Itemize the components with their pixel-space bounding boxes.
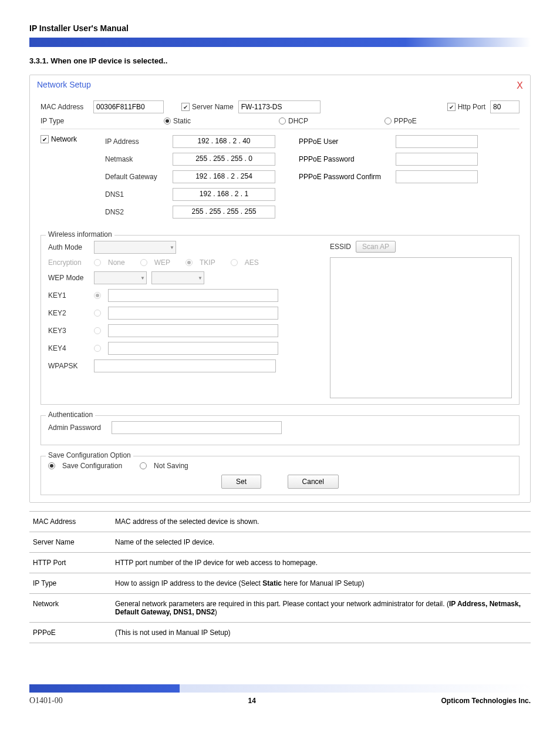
key1-input[interactable]: [108, 289, 278, 302]
gateway-input[interactable]: 192 . 168 . 2 . 254: [173, 170, 275, 183]
save-config-label: Save Configuration: [62, 462, 122, 470]
encryption-label: Encryption: [48, 258, 89, 267]
pppoe-user-input[interactable]: [396, 135, 478, 148]
server-name-input[interactable]: [238, 100, 321, 113]
table-row: HTTP PortHTTP port number of the IP devi…: [29, 553, 531, 573]
chevron-down-icon: ▼: [198, 275, 203, 281]
wireless-group-label: Wireless information: [46, 230, 114, 238]
cell-network-desc: General network parameters are required …: [112, 594, 531, 623]
dns2-input[interactable]: 255 . 255 . 255 . 255: [173, 206, 275, 219]
key3-input[interactable]: [108, 324, 278, 337]
footer-bar: [29, 684, 531, 693]
encryption-tkip-label: TKIP: [200, 258, 215, 267]
not-saving-radio[interactable]: [140, 462, 147, 469]
encryption-none-label: None: [108, 258, 125, 267]
table-row: PPPoE(This is not used in Manual IP Setu…: [29, 623, 531, 643]
key4-input[interactable]: [108, 342, 278, 355]
ip-type-static-label: Static: [173, 117, 191, 125]
scan-ap-button[interactable]: Scan AP: [356, 241, 396, 253]
server-name-label: Server Name: [192, 103, 234, 111]
key4-radio[interactable]: [94, 345, 101, 352]
ap-list[interactable]: [330, 257, 512, 398]
encryption-wep-radio[interactable]: [140, 259, 147, 266]
key2-radio[interactable]: [94, 310, 101, 317]
cell-mac-desc: MAC address of the selected device is sh…: [112, 512, 531, 532]
netmask-input[interactable]: 255 . 255 . 255 . 0: [173, 153, 275, 166]
auth-mode-label: Auth Mode: [48, 243, 89, 251]
wpapsk-input[interactable]: [94, 359, 276, 372]
cell-pppoe: PPPoE: [29, 623, 112, 643]
key1-label: KEY1: [48, 291, 89, 300]
server-name-checkbox[interactable]: ✔: [181, 103, 190, 111]
chevron-down-icon: ▼: [140, 275, 145, 281]
pppoe-user-label: PPPoE User: [299, 137, 390, 146]
ip-type-dhcp-radio[interactable]: [279, 117, 286, 125]
wpapsk-label: WPAPSK: [48, 362, 89, 370]
key1-radio[interactable]: [94, 292, 101, 299]
pppoe-confirm-label: PPPoE Password Confirm: [299, 173, 390, 181]
netmask-label: Netmask: [105, 155, 167, 163]
cancel-button[interactable]: Cancel: [288, 475, 339, 489]
essid-label: ESSID: [330, 243, 351, 251]
wep-mode-select-1[interactable]: ▼: [94, 271, 147, 284]
admin-password-label: Admin Password: [48, 424, 107, 432]
pppoe-password-input[interactable]: [396, 153, 478, 166]
mac-address-label: MAC Address: [41, 103, 93, 111]
save-config-radio[interactable]: [48, 462, 55, 469]
ip-type-label: IP Type: [41, 117, 93, 125]
ip-address-input[interactable]: 192 . 168 . 2 . 40: [173, 135, 275, 148]
not-saving-label: Not Saving: [154, 462, 188, 470]
network-checkbox[interactable]: ✔: [41, 135, 49, 143]
section-heading: 3.3.1. When one IP device is selected..: [29, 56, 531, 65]
footer-left: O1401-00: [29, 696, 63, 705]
chevron-down-icon: ▼: [170, 245, 174, 250]
footer: O1401-00 14 Opticom Technologies Inc.: [29, 684, 531, 705]
pppoe-confirm-input[interactable]: [396, 170, 478, 183]
cell-iptype: IP Type: [29, 573, 112, 594]
http-port-input[interactable]: [490, 100, 519, 113]
close-icon[interactable]: Ⅹ: [517, 80, 523, 91]
http-port-checkbox[interactable]: ✔: [447, 103, 456, 111]
mac-address-input[interactable]: [93, 100, 164, 113]
authentication-group-label: Authentication: [46, 411, 95, 419]
dns1-label: DNS1: [105, 190, 167, 199]
encryption-wep-label: WEP: [154, 258, 170, 267]
network-label: Network: [51, 135, 77, 143]
set-button[interactable]: Set: [221, 475, 261, 489]
encryption-aes-label: AES: [245, 258, 259, 267]
key4-label: KEY4: [48, 344, 89, 352]
page-title: IP Installer User's Manual: [29, 23, 531, 33]
encryption-tkip-radio[interactable]: [185, 259, 193, 266]
gateway-label: Default Gateway: [105, 173, 167, 181]
cell-server: Server Name: [29, 532, 112, 553]
ip-type-pppoe-label: PPPoE: [394, 117, 417, 125]
auth-mode-select[interactable]: ▼: [94, 241, 176, 254]
table-row: Server NameName of the selected IP devic…: [29, 532, 531, 553]
key2-label: KEY2: [48, 309, 89, 317]
dns2-label: DNS2: [105, 208, 167, 216]
key2-input[interactable]: [108, 307, 278, 320]
http-port-label: Http Port: [458, 103, 485, 111]
wep-mode-select-2[interactable]: ▼: [151, 271, 204, 284]
ip-address-label: IP Address: [105, 137, 167, 146]
key3-radio[interactable]: [94, 327, 101, 334]
ip-type-pppoe-radio[interactable]: [384, 117, 392, 125]
encryption-aes-radio[interactable]: [231, 259, 238, 266]
admin-password-input[interactable]: [112, 421, 282, 434]
pppoe-password-label: PPPoE Password: [299, 155, 390, 163]
encryption-none-radio[interactable]: [94, 259, 101, 266]
description-table: MAC AddressMAC address of the selected d…: [29, 511, 531, 643]
dns1-input[interactable]: 192 . 168 . 2 . 1: [173, 188, 275, 201]
table-row: NetworkGeneral network parameters are re…: [29, 594, 531, 623]
table-row: MAC AddressMAC address of the selected d…: [29, 512, 531, 532]
cell-iptype-desc: How to assign IP address to the device (…: [112, 573, 531, 594]
network-setup-dialog: Network Setup Ⅹ MAC Address ✔ Server Nam…: [29, 75, 531, 503]
ip-type-static-radio[interactable]: [164, 117, 171, 125]
wep-mode-label: WEP Mode: [48, 274, 89, 282]
key3-label: KEY3: [48, 327, 89, 335]
save-config-group-label: Save Configuration Option: [46, 451, 133, 459]
page-number: 14: [248, 697, 255, 705]
cell-pppoe-desc: (This is not used in Manual IP Setup): [112, 623, 531, 643]
ip-type-dhcp-label: DHCP: [288, 117, 308, 125]
header-bar: [29, 38, 531, 47]
